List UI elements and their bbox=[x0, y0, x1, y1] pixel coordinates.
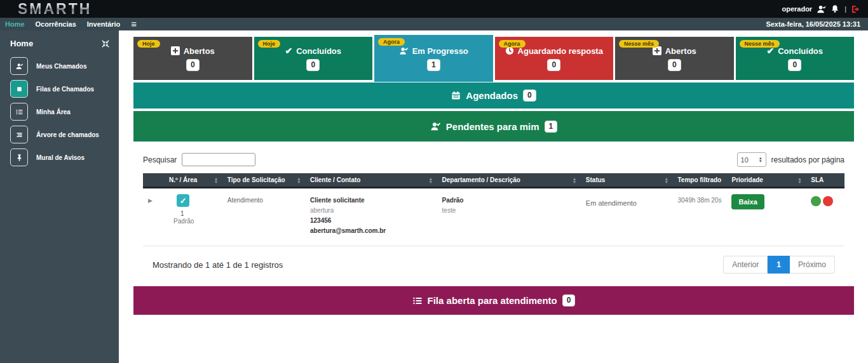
page-size-select[interactable]: 10 ▲▼ bbox=[737, 152, 766, 167]
sidebar-item-arvore-de-chamados[interactable]: Árvore de chamados bbox=[0, 124, 119, 145]
sign-out-icon[interactable] bbox=[851, 4, 860, 14]
column-header-sla: SLA bbox=[806, 176, 844, 183]
sla-green-indicator bbox=[811, 196, 821, 206]
tickets-table-section: Pesquisar 10 ▲▼ resultados por página N.… bbox=[133, 144, 854, 281]
tree-icon bbox=[10, 126, 28, 143]
datetime-label: Sexta-feira, 16/05/2025 13:31 bbox=[766, 20, 860, 28]
card-concluidos-mes[interactable]: Nesse mês ✔ Concluídos 0 bbox=[736, 37, 855, 80]
user-icon[interactable] bbox=[817, 4, 826, 14]
compress-icon[interactable] bbox=[102, 40, 109, 48]
contato-usuario: abertura bbox=[310, 207, 432, 214]
card-label: Em Progresso bbox=[412, 46, 468, 56]
card-label: Abertos bbox=[184, 46, 215, 56]
card-concluidos-hoje[interactable]: Hoje ✔ Concluídos 0 bbox=[254, 37, 373, 80]
nav-bar: Home Ocorrências Inventário ≡ Sexta-feir… bbox=[0, 18, 868, 30]
sidebar-item-label: Mural de Avisos bbox=[36, 154, 85, 161]
sidebar-item-label: Meus Chamados bbox=[36, 63, 86, 70]
card-count: 0 bbox=[186, 59, 200, 71]
sort-icon[interactable]: ▴▾ bbox=[799, 177, 801, 183]
check-icon: ✔ bbox=[766, 46, 774, 55]
sort-icon[interactable]: ▴▾ bbox=[297, 177, 300, 183]
card-aguardando-resposta[interactable]: Agora Aguardando resposta 0 bbox=[495, 37, 614, 80]
period-badge: Nesse mês bbox=[740, 40, 780, 48]
sidebar-item-label: Filas de Chamados bbox=[36, 86, 94, 93]
sidebar-item-minha-area[interactable]: Minha Área bbox=[0, 101, 119, 122]
check-icon: ✔ bbox=[285, 46, 292, 55]
sort-icon[interactable]: ▴▾ bbox=[215, 177, 217, 183]
nav-item-ocorrencias[interactable]: Ocorrências bbox=[36, 20, 76, 28]
column-label: Status bbox=[586, 176, 606, 183]
column-label: Cliente / Contato bbox=[310, 176, 360, 183]
card-abertos-mes[interactable]: Nesse mês Abertos 0 bbox=[615, 37, 734, 80]
row-expander-icon[interactable]: ▶ bbox=[143, 194, 164, 204]
column-header-status[interactable]: Status ▴▾ bbox=[581, 176, 673, 183]
clock-icon bbox=[505, 46, 514, 55]
sidebar-item-filas-de-chamados[interactable]: Filas de Chamados bbox=[0, 78, 119, 100]
page-size-value: 10 bbox=[741, 156, 749, 164]
cliente-nome: Cliente solicitante bbox=[310, 194, 432, 204]
banner-pendentes-para-mim[interactable]: Pendentes para mim 1 bbox=[133, 111, 854, 142]
column-label: Tipo de Solicitação bbox=[227, 176, 285, 183]
cell-tempo-filtrado: 3049h 38m 20s bbox=[672, 194, 726, 204]
pagination-prev-button[interactable]: Anterior bbox=[723, 256, 768, 274]
banner-label: Pendentes para mim bbox=[446, 121, 539, 132]
search-label: Pesquisar bbox=[143, 155, 177, 164]
column-label: Prioridade bbox=[731, 176, 763, 183]
banner-count: 0 bbox=[562, 294, 576, 307]
descricao: teste bbox=[442, 207, 576, 214]
period-badge: Agora bbox=[499, 40, 526, 48]
column-header-tipo[interactable]: Tipo de Solicitação ▴▾ bbox=[222, 176, 305, 183]
hamburger-icon[interactable]: ≡ bbox=[131, 20, 137, 28]
column-header-prioridade[interactable]: Prioridade ▴▾ bbox=[726, 176, 806, 183]
search-input[interactable] bbox=[182, 153, 255, 166]
card-count: 1 bbox=[427, 59, 440, 71]
card-label: Concluídos bbox=[296, 46, 341, 56]
period-badge: Hoje bbox=[258, 40, 281, 48]
sort-icon[interactable]: ▴▾ bbox=[430, 177, 432, 183]
sidebar-item-label: Minha Área bbox=[36, 109, 71, 116]
select-arrows-icon: ▲▼ bbox=[759, 157, 763, 163]
ticket-tipo: Atendimento bbox=[227, 194, 300, 204]
card-count: 0 bbox=[547, 59, 560, 71]
banner-fila-aberta[interactable]: Fila aberta para atendimento 0 bbox=[133, 286, 854, 315]
banner-count: 0 bbox=[523, 89, 536, 102]
plus-square-icon bbox=[171, 46, 180, 55]
nav-item-inventario[interactable]: Inventário bbox=[87, 20, 121, 28]
pagination-next-button[interactable]: Próximo bbox=[790, 256, 835, 274]
status-cards: Hoje Abertos 0 Hoje ✔ Concluídos 0 Agora bbox=[133, 37, 854, 80]
sort-icon[interactable]: ▴▾ bbox=[665, 177, 668, 183]
card-count: 0 bbox=[306, 59, 320, 71]
sidebar-item-label: Árvore de chamados bbox=[36, 131, 99, 138]
sla-red-indicator bbox=[823, 196, 833, 206]
card-abertos-hoje[interactable]: Hoje Abertos 0 bbox=[133, 37, 252, 80]
column-header-cliente[interactable]: Cliente / Contato ▴▾ bbox=[305, 176, 437, 183]
username: operador bbox=[782, 5, 812, 13]
pagination-page-1-button[interactable]: 1 bbox=[768, 256, 790, 274]
sidebar-title: Home bbox=[10, 39, 33, 48]
nav-item-home[interactable]: Home bbox=[5, 20, 25, 28]
banner-label: Agendados bbox=[466, 90, 518, 101]
cell-tipo: Atendimento bbox=[222, 194, 305, 207]
table-row: ▶ ✓ 1 Padrão Atendimento Cliente solicit… bbox=[143, 188, 844, 246]
list-icon bbox=[10, 103, 28, 121]
cell-prioridade: Baixa bbox=[726, 194, 806, 209]
row-checkbox[interactable]: ✓ bbox=[177, 194, 189, 207]
sidebar-item-meus-chamados[interactable]: Meus Chamados bbox=[0, 55, 119, 77]
column-header-numero-area[interactable]: N.º / Área ▴▾ bbox=[164, 176, 222, 183]
banner-agendados[interactable]: Agendados 0 bbox=[133, 82, 854, 109]
pagination: Anterior 1 Próximo bbox=[723, 256, 835, 274]
user-check-icon bbox=[399, 46, 409, 56]
sidebar-item-mural-de-avisos[interactable]: Mural de Avisos bbox=[0, 147, 119, 168]
column-label: SLA bbox=[811, 176, 824, 183]
user-check-icon bbox=[430, 121, 441, 132]
separator: | bbox=[844, 5, 846, 13]
card-em-progresso[interactable]: Agora Em Progresso 1 bbox=[374, 35, 493, 82]
column-header-departamento[interactable]: Departamento / Descrição ▴▾ bbox=[437, 176, 581, 183]
period-badge: Hoje bbox=[137, 40, 160, 48]
bell-icon[interactable] bbox=[831, 4, 840, 14]
square-icon bbox=[10, 80, 28, 98]
column-label: Tempo filtrado bbox=[677, 176, 721, 183]
plus-square-icon bbox=[653, 46, 661, 55]
priority-badge[interactable]: Baixa bbox=[731, 194, 764, 209]
sort-icon[interactable]: ▴▾ bbox=[573, 177, 576, 183]
